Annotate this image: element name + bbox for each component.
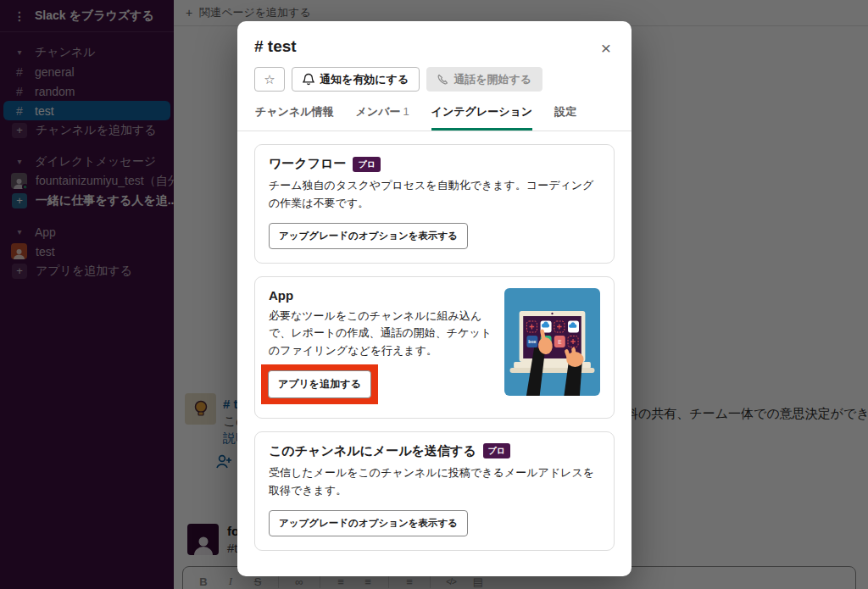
app-card-description: 必要なツールをこのチャンネルに組み込んで、レポートの作成、通話の開始、チケットの…	[269, 308, 496, 360]
modal-actions: ☆ 通知を有効にする 通話を開始する	[254, 67, 615, 92]
star-icon: ☆	[264, 72, 275, 87]
bell-icon	[303, 73, 314, 86]
channel-details-modal: # test × ☆ 通知を有効にする 通話を開始する チャンネル情報 メンバー…	[237, 21, 632, 576]
enable-notifications-button[interactable]: 通知を有効にする	[292, 67, 420, 92]
tab-integrations[interactable]: インテグレーション	[431, 104, 532, 131]
highlight-box: アプリを追加する	[261, 364, 378, 404]
app-illustration: box E	[504, 288, 600, 396]
star-channel-button[interactable]: ☆	[254, 67, 285, 92]
app-card-title: App	[269, 288, 293, 303]
modal-title: # test	[254, 37, 615, 56]
email-card: このチャンネルにメールを送信する プロ 受信したメールをこのチャンネルに投稿でき…	[254, 431, 615, 551]
add-app-button[interactable]: アプリを追加する	[268, 370, 371, 398]
member-count: 1	[403, 105, 409, 118]
integrations-panel: ワークフロー プロ チーム独自のタスクやプロセスを自動化できます。コーディングの…	[237, 131, 632, 576]
workflow-upgrade-button[interactable]: アップグレードのオプションを表示する	[269, 223, 468, 249]
tab-channel-info[interactable]: チャンネル情報	[255, 104, 334, 131]
svg-text:box: box	[528, 339, 536, 344]
phone-icon	[437, 74, 448, 85]
modal-tabs-bar: チャンネル情報 メンバー1 インテグレーション 設定	[237, 104, 632, 131]
close-icon[interactable]: ×	[593, 35, 620, 62]
workflow-card-description: チーム独自のタスクやプロセスを自動化できます。コーディングの作業は不要です。	[269, 177, 600, 213]
pro-badge: プロ	[483, 443, 510, 458]
app-card: App 必要なツールをこのチャンネルに組み込んで、レポートの作成、通話の開始、チ…	[254, 276, 615, 419]
workflow-card: ワークフロー プロ チーム独自のタスクやプロセスを自動化できます。コーディングの…	[254, 144, 615, 264]
pro-badge: プロ	[353, 157, 380, 172]
workflow-card-title: ワークフロー	[269, 156, 346, 172]
email-card-description: 受信したメールをこのチャンネルに投稿できるメールアドレスを取得できます。	[269, 464, 600, 500]
email-card-title: このチャンネルにメールを送信する	[269, 443, 476, 459]
enable-notifications-label: 通知を有効にする	[320, 72, 409, 87]
svg-text:E: E	[558, 338, 562, 344]
start-call-button[interactable]: 通話を開始する	[426, 67, 542, 92]
tab-settings[interactable]: 設定	[554, 104, 576, 131]
email-upgrade-button[interactable]: アップグレードのオプションを表示する	[269, 510, 468, 536]
tab-members[interactable]: メンバー1	[356, 104, 409, 131]
start-call-label: 通話を開始する	[453, 72, 531, 87]
